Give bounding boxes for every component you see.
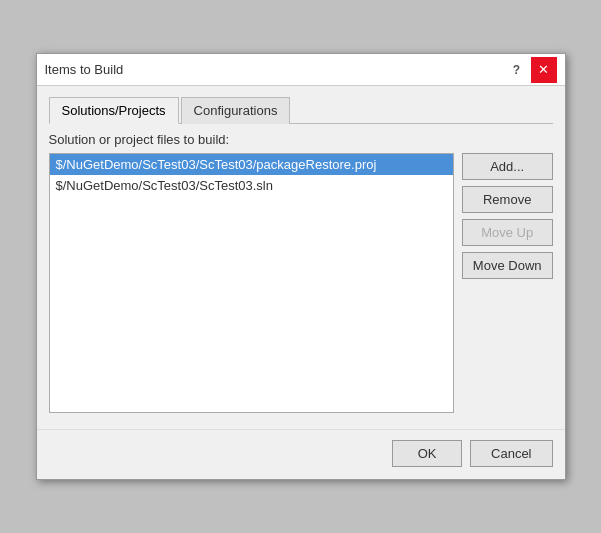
dialog-title: Items to Build <box>45 62 124 77</box>
remove-button[interactable]: Remove <box>462 186 553 213</box>
list-item[interactable]: $/NuGetDemo/ScTest03/ScTest03.sln <box>50 175 453 196</box>
dialog: Items to Build ? ✕ Solutions/Projects Co… <box>36 53 566 480</box>
tab-bar: Solutions/Projects Configurations <box>49 96 553 124</box>
dialog-body: Solutions/Projects Configurations Soluti… <box>37 86 565 423</box>
help-button[interactable]: ? <box>507 60 527 80</box>
title-bar-left: Items to Build <box>45 62 124 77</box>
move-down-button[interactable]: Move Down <box>462 252 553 279</box>
add-button[interactable]: Add... <box>462 153 553 180</box>
items-list[interactable]: $/NuGetDemo/ScTest03/ScTest03/packageRes… <box>49 153 454 413</box>
list-item[interactable]: $/NuGetDemo/ScTest03/ScTest03/packageRes… <box>50 154 453 175</box>
cancel-button[interactable]: Cancel <box>470 440 552 467</box>
tab-configurations[interactable]: Configurations <box>181 97 291 124</box>
action-buttons: Add... Remove Move Up Move Down <box>462 153 553 279</box>
title-bar-right: ? ✕ <box>507 57 557 83</box>
dialog-footer: OK Cancel <box>37 429 565 479</box>
content-row: $/NuGetDemo/ScTest03/ScTest03/packageRes… <box>49 153 553 413</box>
ok-button[interactable]: OK <box>392 440 462 467</box>
move-up-button[interactable]: Move Up <box>462 219 553 246</box>
close-button[interactable]: ✕ <box>531 57 557 83</box>
list-label: Solution or project files to build: <box>49 132 553 147</box>
title-bar: Items to Build ? ✕ <box>37 54 565 86</box>
tab-solutions-projects[interactable]: Solutions/Projects <box>49 97 179 124</box>
